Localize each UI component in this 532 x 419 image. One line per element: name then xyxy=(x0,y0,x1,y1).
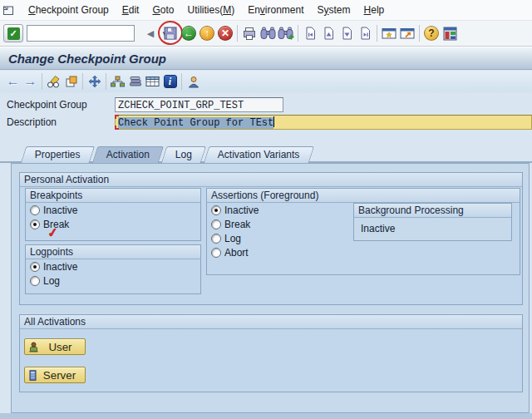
table-view-button[interactable] xyxy=(144,72,161,91)
assertions-title: Assertions (Foreground) xyxy=(207,189,520,203)
personal-activation-group: Personal Activation Breakpoints Inactive… xyxy=(19,172,523,305)
enter-icon: ✓ xyxy=(7,27,20,40)
checkpoint-group-label: Checkpoint Group xyxy=(7,98,87,112)
find-next-button[interactable] xyxy=(277,23,295,43)
logpoints-title: Logpoints xyxy=(26,245,200,259)
back-button[interactable]: ← xyxy=(180,23,198,43)
find-next-icon xyxy=(278,27,294,40)
toolbar-divider xyxy=(419,25,420,42)
move-icon xyxy=(88,75,101,88)
menu-bar: Checkpoint Group Edit Goto Utilities(M) … xyxy=(0,0,532,21)
help-button[interactable]: ? xyxy=(422,23,441,43)
find-button[interactable] xyxy=(259,23,277,43)
radio-icon[interactable] xyxy=(30,205,40,215)
exit-button[interactable]: ↑ xyxy=(198,23,216,43)
radio-icon[interactable] xyxy=(211,248,221,258)
description-value: Check Point Group for TEst xyxy=(118,117,273,129)
find-icon xyxy=(260,27,276,40)
system-menu-icon[interactable] xyxy=(2,4,15,17)
next-button[interactable]: → xyxy=(22,72,39,91)
hierarchy-button[interactable] xyxy=(109,72,126,91)
toolbar-divider xyxy=(106,73,106,90)
page-up-icon xyxy=(323,27,334,40)
customize-layout-icon xyxy=(443,27,457,41)
menu-edit[interactable]: Edit xyxy=(116,2,146,17)
radio-icon[interactable] xyxy=(211,205,221,215)
standard-toolbar: ✓ ▼ ◀ ← ↑ ✕ xyxy=(0,21,532,47)
background-processing-box: Background Processing Inactive xyxy=(353,203,512,241)
previous-icon: ← xyxy=(7,73,20,90)
checkpoint-group-field[interactable]: ZCHECK_POINT_GRP_TEST xyxy=(115,97,283,112)
previous-button[interactable]: ← xyxy=(4,72,22,91)
user-assignment-button[interactable] xyxy=(185,72,202,91)
user-button[interactable]: User xyxy=(24,338,86,355)
menu-environment[interactable]: Environment xyxy=(241,2,310,17)
new-session-button[interactable] xyxy=(380,23,398,43)
description-field[interactable]: Check Point Group for TEst xyxy=(115,115,532,130)
toolbar-divider xyxy=(42,73,42,90)
radio-assertions-abort[interactable]: Abort xyxy=(207,245,520,259)
enter-button[interactable]: ✓ xyxy=(3,24,23,42)
stack-button[interactable] xyxy=(126,72,144,91)
all-activations-group: All Activations User Server xyxy=(19,314,523,392)
move-button[interactable] xyxy=(86,72,103,91)
radio-logpoints-log[interactable]: Log xyxy=(26,274,200,288)
info-button[interactable]: i xyxy=(161,72,179,91)
page-up-button[interactable] xyxy=(319,23,337,43)
display-change-icon xyxy=(47,75,62,88)
radio-logpoints-inactive[interactable]: Inactive xyxy=(26,259,200,274)
user-icon xyxy=(28,342,39,352)
page-down-button[interactable] xyxy=(337,23,356,43)
menu-help[interactable]: Help xyxy=(357,2,392,17)
save-button[interactable] xyxy=(161,23,180,43)
menu-checkpoint-group[interactable]: Checkpoint Group xyxy=(22,2,116,17)
table-view-icon xyxy=(145,76,160,87)
background-processing-value: Inactive xyxy=(354,218,511,234)
all-activations-title: All Activations xyxy=(20,315,522,329)
radio-icon[interactable] xyxy=(211,219,221,229)
tab-activation-variants[interactable]: Activation Variants xyxy=(204,146,314,163)
radio-icon[interactable] xyxy=(30,219,40,229)
activation-tab-panel: Personal Activation Breakpoints Inactive… xyxy=(11,163,530,413)
checkpoint-group-value: ZCHECK_POINT_GRP_TEST xyxy=(118,100,244,111)
radio-icon[interactable] xyxy=(211,234,221,244)
menu-system[interactable]: System xyxy=(311,2,357,17)
tab-strip: Properties Activation Log Activation Var… xyxy=(23,145,313,163)
server-button[interactable]: Server xyxy=(24,367,86,383)
menu-utilities[interactable]: Utilities(M) xyxy=(180,2,241,17)
assertions-box: Assertions (Foreground) Inactive Break L… xyxy=(206,188,520,275)
shortcut-icon xyxy=(400,27,415,39)
last-page-button[interactable] xyxy=(356,23,374,43)
customize-layout-button[interactable] xyxy=(441,23,459,43)
toolbar-divider xyxy=(377,25,377,42)
radio-breakpoints-inactive[interactable]: Inactive xyxy=(26,203,200,217)
last-page-icon xyxy=(360,27,371,40)
tab-activation[interactable]: Activation xyxy=(91,146,164,163)
shortcut-button[interactable] xyxy=(398,23,416,43)
personal-activation-title: Personal Activation xyxy=(20,173,522,187)
display-change-button[interactable] xyxy=(45,72,62,91)
text-cursor xyxy=(273,116,274,127)
background-processing-title: Background Processing xyxy=(354,204,511,218)
application-toolbar: ← → i xyxy=(0,71,532,92)
toolbar-divider xyxy=(237,25,238,42)
toolbar-divider xyxy=(181,73,182,90)
radio-icon[interactable] xyxy=(30,276,40,286)
tab-log[interactable]: Log xyxy=(160,146,206,163)
save-icon xyxy=(163,26,178,41)
radio-breakpoints-break[interactable]: Break xyxy=(26,217,200,231)
user-assignment-icon xyxy=(187,76,200,88)
print-button[interactable] xyxy=(240,23,259,43)
other-object-button[interactable] xyxy=(62,72,80,91)
tab-properties[interactable]: Properties xyxy=(21,146,95,163)
sap-window: Checkpoint Group Edit Goto Utilities(M) … xyxy=(0,0,532,419)
menu-goto[interactable]: Goto xyxy=(145,2,180,17)
collapse-toolbar-icon[interactable]: ◀ xyxy=(141,23,160,43)
first-page-button[interactable] xyxy=(301,23,319,43)
page-title: Change Checkpoint Group xyxy=(0,52,166,66)
radio-icon[interactable] xyxy=(30,262,40,272)
hierarchy-icon xyxy=(110,76,126,87)
cancel-button[interactable]: ✕ xyxy=(216,23,234,43)
bottom-strip xyxy=(0,413,532,419)
logpoints-box: Logpoints Inactive Log xyxy=(25,244,201,294)
